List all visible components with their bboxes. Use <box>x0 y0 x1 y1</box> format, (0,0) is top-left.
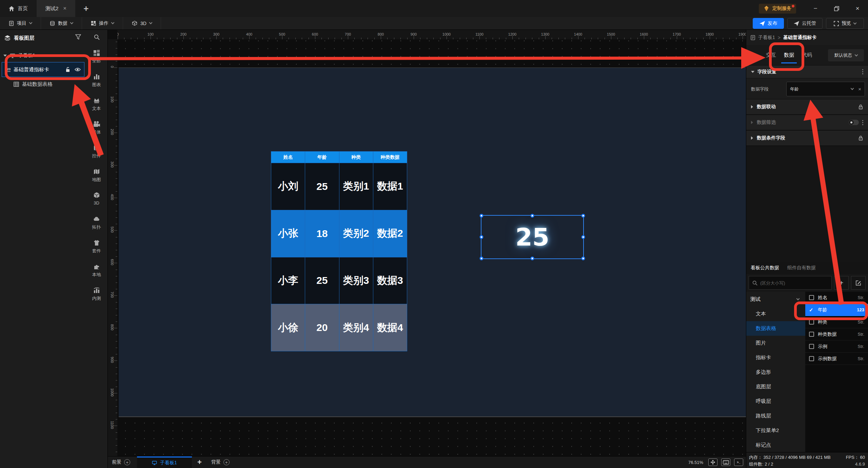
strip-item-7[interactable]: 3D <box>85 192 107 216</box>
add-data-button[interactable]: + <box>834 276 849 290</box>
breadcrumb-parent[interactable]: 子看板1 <box>758 35 775 41</box>
selection-handle[interactable] <box>480 214 484 218</box>
edit-data-button[interactable] <box>851 276 866 290</box>
component-item-9[interactable]: 下拉菜单2 <box>746 423 805 438</box>
strip-item-10[interactable]: 本地 <box>85 263 107 287</box>
new-tab-button[interactable]: + <box>75 0 97 17</box>
menu-project[interactable]: 项目 <box>0 17 41 30</box>
eye-icon[interactable] <box>75 67 81 72</box>
tab-interaction[interactable]: 交互 <box>765 50 777 60</box>
strip-icon-5 <box>93 144 100 151</box>
indicator-card-selection[interactable]: 25 <box>481 215 584 259</box>
add-background-icon[interactable]: + <box>223 459 230 465</box>
tree-item-indicator-card[interactable]: 123 基础普通指标卡 <box>2 62 84 77</box>
publish-button[interactable]: 发布 <box>753 18 784 29</box>
component-item-5[interactable]: 多边形 <box>746 365 805 379</box>
canvas-data-table[interactable]: 姓名年龄种类种类数据小刘25类别1数据1小张18类别2数据2小李25类别3数据3… <box>271 151 407 351</box>
strip-item-1[interactable]: 全部 <box>85 50 107 73</box>
tab-data[interactable]: 数据 <box>783 50 795 60</box>
more-options-icon[interactable] <box>862 120 863 125</box>
strip-item-8[interactable]: 拓扑 <box>85 216 107 239</box>
selection-handle[interactable] <box>581 257 585 260</box>
add-board-button[interactable]: + <box>192 458 207 467</box>
tab-home[interactable]: 首页 <box>0 0 37 17</box>
filter-icon[interactable] <box>75 34 81 40</box>
checkbox-icon[interactable] <box>809 356 814 361</box>
menu-3d[interactable]: 3D <box>123 17 161 30</box>
component-item-6[interactable]: 底图层 <box>746 379 805 394</box>
canvas-workspace[interactable]: 姓名年龄种类种类数据小刘25类别1数据1小张18类别2数据2小李25类别3数据3… <box>117 39 746 468</box>
section-field-settings[interactable]: 字段设置 <box>746 65 868 78</box>
section-data-linkage[interactable]: 数据联动 <box>746 99 868 115</box>
terminal-button[interactable]: >_ <box>734 459 743 466</box>
component-item-1[interactable]: 文本 <box>746 307 805 321</box>
tree-item-board[interactable]: 子看板1 <box>0 51 85 60</box>
selection-handle[interactable] <box>480 257 484 260</box>
field-item-3[interactable]: 种类Str. <box>805 316 868 328</box>
strip-item-6[interactable]: 地图 <box>85 168 107 192</box>
custom-service-badge[interactable]: 定制服务 <box>759 4 796 14</box>
component-item-10[interactable]: 标记点 <box>746 438 805 452</box>
checkbox-icon[interactable] <box>809 344 814 349</box>
strip-item-9[interactable]: 套件 <box>85 239 107 263</box>
field-item-1[interactable]: 姓名Str. <box>805 292 868 304</box>
section-data-filter[interactable]: 数据筛选 <box>746 115 868 131</box>
checkbox-icon[interactable] <box>809 295 814 300</box>
foreground-button[interactable]: 前景 + <box>108 459 134 465</box>
keyboard-shortcuts-button[interactable] <box>721 459 730 466</box>
minimize-button[interactable]: − <box>805 0 826 17</box>
unlock-icon[interactable] <box>65 67 71 72</box>
board-tab[interactable]: 子看板1 <box>137 456 192 468</box>
strip-item-11[interactable]: 内测 <box>85 287 107 311</box>
tab-code[interactable]: 代码 <box>801 50 813 60</box>
section-condition-fields[interactable]: 数据条件字段 <box>746 131 868 146</box>
field-item-2[interactable]: ✓年龄123 <box>805 304 868 316</box>
component-item-3[interactable]: 图片 <box>746 336 805 350</box>
selection-handle[interactable] <box>581 235 585 239</box>
close-window-button[interactable]: × <box>847 0 868 17</box>
checkbox-icon[interactable] <box>809 332 814 337</box>
selection-handle[interactable] <box>531 214 534 218</box>
state-selector[interactable]: 默认状态 <box>828 49 864 61</box>
component-item-7[interactable]: 呼吸层 <box>746 394 805 409</box>
tab-test2[interactable]: 测试2 × <box>37 0 75 17</box>
selection-handle[interactable] <box>581 214 585 218</box>
selection-handle[interactable] <box>531 257 534 260</box>
field-item-6[interactable]: 示例数据Str. <box>805 353 868 365</box>
menu-data[interactable]: 数据 <box>41 17 82 30</box>
checked-icon[interactable]: ✓ <box>809 307 814 313</box>
more-options-icon[interactable] <box>862 69 863 74</box>
field-item-4[interactable]: 种类数据Str. <box>805 328 868 340</box>
clear-field-icon[interactable]: × <box>858 86 861 92</box>
fit-view-button[interactable] <box>708 459 717 466</box>
component-item-8[interactable]: 路线层 <box>746 409 805 423</box>
menu-operation[interactable]: 操作 <box>82 17 123 30</box>
restore-button[interactable] <box>826 0 847 17</box>
selection-handle[interactable] <box>480 235 484 239</box>
preview-button[interactable]: 预览 <box>826 18 864 29</box>
search-box[interactable] <box>749 276 832 290</box>
strip-item-4[interactable]: 媒体 <box>85 121 107 144</box>
cloud-hosting-button[interactable]: 云托管 <box>787 18 823 29</box>
strip-item-2[interactable]: 图表 <box>85 73 107 97</box>
component-item-4[interactable]: 指标卡 <box>746 350 805 365</box>
strip-item-5[interactable]: 控件 <box>85 144 107 168</box>
close-tab-icon[interactable]: × <box>63 5 66 12</box>
canvas-page[interactable]: 姓名年龄种类种类数据小刘25类别1数据1小张18类别2数据2小李25类别3数据3… <box>119 67 746 417</box>
tab-component-own-data[interactable]: 组件自有数据 <box>787 265 816 271</box>
restore-icon <box>834 6 839 11</box>
field-item-5[interactable]: 示例Str. <box>805 340 868 353</box>
dataset-item[interactable]: 测试 <box>746 292 805 307</box>
caret-down-icon[interactable] <box>3 55 7 57</box>
background-button[interactable]: 背景 + <box>207 459 234 465</box>
search-icon[interactable] <box>94 34 100 40</box>
strip-item-3[interactable]: 文本 <box>85 97 107 121</box>
tree-item-data-table[interactable]: 基础数据表格 <box>0 77 85 91</box>
checkbox-icon[interactable] <box>809 319 814 325</box>
add-foreground-icon[interactable]: + <box>124 459 130 465</box>
search-input[interactable] <box>760 280 828 286</box>
data-field-select[interactable]: 年龄 × <box>786 82 865 96</box>
component-item-2[interactable]: 数据表格 <box>746 321 805 336</box>
tab-board-public-data[interactable]: 看板公共数据 <box>751 265 779 271</box>
filter-toggle[interactable] <box>849 120 859 125</box>
